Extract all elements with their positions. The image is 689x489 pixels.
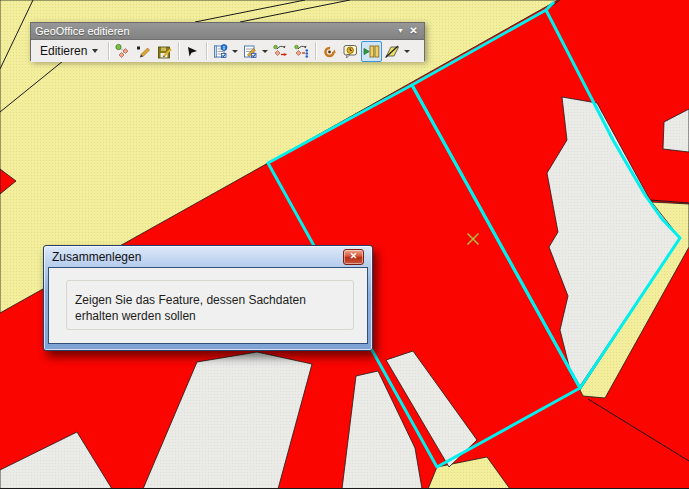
- zusammenlegen-dialog: Zusammenlegen ✕ Zeigen Sie das Feature, …: [43, 245, 373, 351]
- toolbar-collapse-icon[interactable]: ▼: [394, 24, 407, 38]
- editieren-label: Editieren: [40, 44, 87, 58]
- create-sketch-tool-icon[interactable]: [112, 41, 133, 62]
- rotate-tool-icon[interactable]: [319, 41, 340, 62]
- sketch-pencil-tool-icon[interactable]: [133, 41, 154, 62]
- show-comment-tool-icon[interactable]: [340, 41, 361, 62]
- dialog-close-icon[interactable]: ✕: [343, 249, 364, 265]
- dialog-client-area: Zeigen Sie das Feature, dessen Sachdaten…: [48, 267, 368, 344]
- dropdown-arrow-icon[interactable]: [404, 50, 410, 53]
- toolbar-separator: [206, 42, 207, 60]
- editieren-menu-button[interactable]: Editieren: [34, 41, 105, 61]
- edit-attributes-icon[interactable]: [240, 41, 261, 62]
- toolbar-separator: [108, 42, 109, 60]
- toolbar-title: GeoOffice editieren: [35, 25, 394, 37]
- toolbar-close-icon[interactable]: ✕: [407, 24, 420, 38]
- transfer-attributes-multiple-icon[interactable]: [291, 41, 312, 62]
- dialog-message-groupbox: Zeigen Sie das Feature, dessen Sachdaten…: [66, 280, 354, 330]
- toolbar-separator: [178, 42, 179, 60]
- attributes-icon[interactable]: [210, 41, 231, 62]
- toolbar-body: Editieren: [31, 40, 424, 62]
- edit-arrow-tool-icon[interactable]: [182, 41, 203, 62]
- toolbar-separator: [315, 42, 316, 60]
- dialog-message: Zeigen Sie das Feature, dessen Sachdaten…: [75, 292, 343, 324]
- cut-polygon-tool-icon[interactable]: [382, 41, 403, 62]
- dropdown-arrow-icon: [92, 49, 98, 53]
- dialog-titlebar[interactable]: Zusammenlegen ✕: [48, 246, 368, 267]
- dropdown-arrow-icon[interactable]: [262, 50, 268, 53]
- transfer-attributes-icon[interactable]: [270, 41, 291, 62]
- toolbar-titlebar[interactable]: GeoOffice editieren ▼ ✕: [31, 23, 424, 40]
- merge-features-icon[interactable]: [361, 41, 382, 62]
- dropdown-arrow-icon[interactable]: [232, 50, 238, 53]
- save-edits-icon[interactable]: [154, 41, 175, 62]
- geooffice-toolbar-window: GeoOffice editieren ▼ ✕ Editieren: [30, 22, 425, 61]
- dialog-title: Zusammenlegen: [52, 250, 343, 264]
